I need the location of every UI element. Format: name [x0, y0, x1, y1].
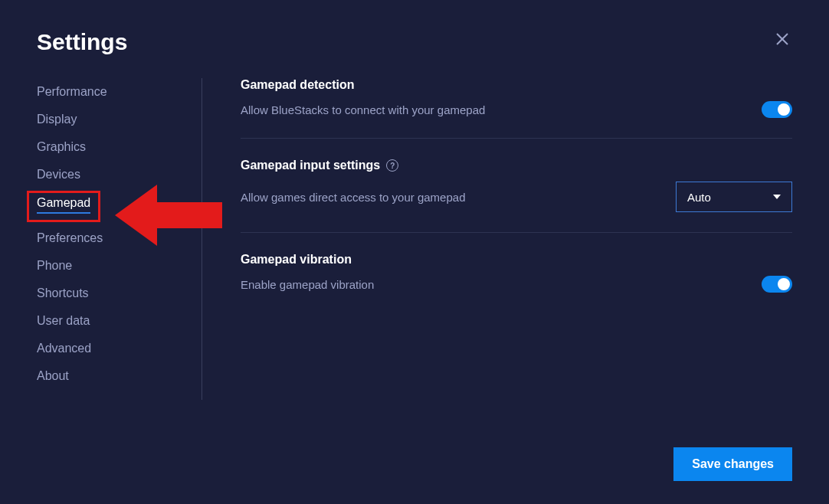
toggle-knob — [778, 103, 790, 116]
page-title: Settings — [37, 29, 127, 55]
sidebar-item-about[interactable]: About — [37, 362, 186, 390]
dropdown-gamepad-access[interactable]: Auto — [676, 182, 792, 212]
toggle-knob — [778, 278, 790, 290]
section-desc-vibration: Enable gamepad vibration — [241, 278, 374, 291]
settings-sidebar: Performance Display Graphics Devices Gam… — [37, 78, 202, 400]
section-title-input-text: Gamepad input settings — [241, 159, 380, 172]
sidebar-item-performance[interactable]: Performance — [37, 78, 186, 106]
sidebar-item-advanced[interactable]: Advanced — [37, 335, 186, 362]
section-gamepad-vibration: Gamepad vibration Enable gamepad vibrati… — [241, 253, 792, 313]
toggle-gamepad-detection[interactable] — [762, 101, 792, 118]
section-title-vibration: Gamepad vibration — [241, 253, 792, 267]
section-desc-input: Allow games direct access to your gamepa… — [241, 191, 465, 204]
sidebar-item-gamepad[interactable]: Gamepad — [37, 196, 90, 214]
toggle-gamepad-vibration[interactable] — [762, 276, 792, 293]
vertical-divider — [202, 78, 202, 400]
sidebar-item-shortcuts[interactable]: Shortcuts — [37, 280, 186, 307]
save-changes-button[interactable]: Save changes — [673, 447, 792, 481]
sidebar-item-graphics[interactable]: Graphics — [37, 133, 186, 161]
section-gamepad-input: Gamepad input settings ? Allow games dir… — [241, 159, 792, 233]
section-title-input: Gamepad input settings ? — [241, 159, 792, 172]
sidebar-item-display[interactable]: Display — [37, 106, 186, 133]
chevron-down-icon — [773, 195, 781, 199]
section-desc-detection: Allow BlueStacks to connect with your ga… — [241, 103, 485, 116]
section-title-detection: Gamepad detection — [241, 78, 792, 92]
settings-main: Gamepad detection Allow BlueStacks to co… — [241, 78, 792, 400]
section-gamepad-detection: Gamepad detection Allow BlueStacks to co… — [241, 78, 792, 139]
close-button[interactable] — [772, 29, 792, 52]
dropdown-value: Auto — [687, 191, 711, 204]
close-icon — [775, 32, 789, 46]
sidebar-item-phone[interactable]: Phone — [37, 252, 186, 280]
sidebar-item-user-data[interactable]: User data — [37, 307, 186, 335]
sidebar-item-devices[interactable]: Devices — [37, 161, 186, 188]
sidebar-item-preferences[interactable]: Preferences — [37, 224, 186, 252]
annotation-highlight-box: Gamepad — [27, 191, 100, 222]
help-icon[interactable]: ? — [386, 159, 398, 172]
